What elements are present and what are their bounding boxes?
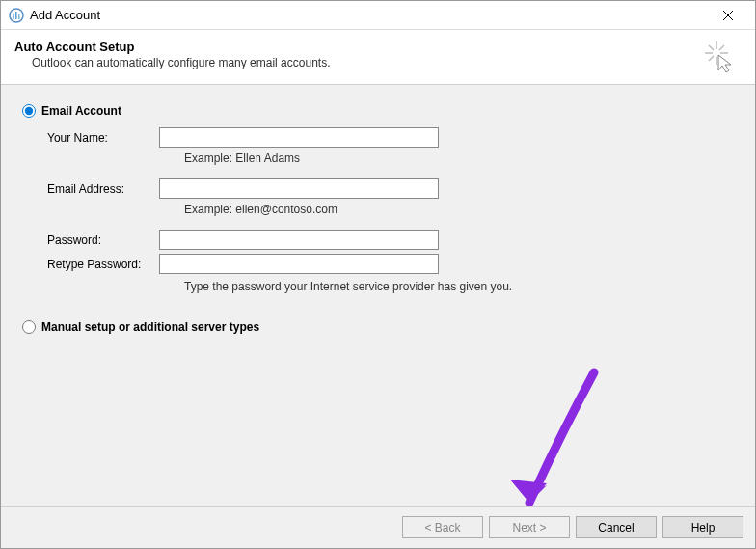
header-subtitle: Outlook can automatically configure many… — [32, 56, 703, 69]
password-hint: Type the password your Internet service … — [184, 280, 734, 293]
cancel-button[interactable]: Cancel — [576, 516, 657, 538]
radio-email-account-label: Email Account — [41, 104, 122, 118]
svg-line-13 — [709, 56, 714, 61]
help-button[interactable]: Help — [662, 516, 743, 538]
email-input[interactable] — [159, 178, 439, 199]
titlebar: Add Account — [1, 1, 755, 30]
back-button: < Back — [402, 516, 483, 538]
password-label: Password: — [47, 233, 159, 247]
header-title: Auto Account Setup — [14, 40, 703, 54]
svg-line-10 — [709, 45, 714, 50]
close-button[interactable] — [709, 2, 747, 29]
password-input[interactable] — [159, 230, 439, 250]
svg-rect-2 — [15, 12, 17, 19]
name-label: Your Name: — [47, 131, 159, 145]
wizard-content: Email Account Your Name: Example: Ellen … — [1, 85, 755, 519]
name-input[interactable] — [159, 127, 439, 148]
radio-manual-setup-input[interactable] — [22, 320, 36, 334]
radio-manual-setup[interactable]: Manual setup or additional server types — [22, 320, 734, 334]
name-hint: Example: Ellen Adams — [184, 151, 734, 165]
radio-email-account-input[interactable] — [22, 104, 36, 118]
window-title: Add Account — [30, 8, 709, 22]
cursor-star-icon — [703, 40, 738, 74]
wizard-header: Auto Account Setup Outlook can automatic… — [1, 30, 755, 85]
form-grid: Your Name: Example: Ellen Adams Email Ad… — [47, 127, 734, 293]
email-hint: Example: ellen@contoso.com — [184, 203, 734, 216]
radio-manual-setup-label: Manual setup or additional server types — [41, 320, 259, 334]
svg-line-12 — [719, 45, 724, 50]
next-button: Next > — [489, 516, 570, 538]
retype-label: Retype Password: — [47, 258, 159, 271]
email-label: Email Address: — [47, 182, 159, 196]
button-bar: < Back Next > Cancel Help — [1, 506, 755, 548]
radio-email-account[interactable]: Email Account — [22, 104, 734, 118]
svg-rect-1 — [13, 14, 14, 19]
svg-rect-3 — [18, 14, 20, 19]
app-icon — [9, 8, 24, 23]
retype-input[interactable] — [159, 254, 439, 274]
